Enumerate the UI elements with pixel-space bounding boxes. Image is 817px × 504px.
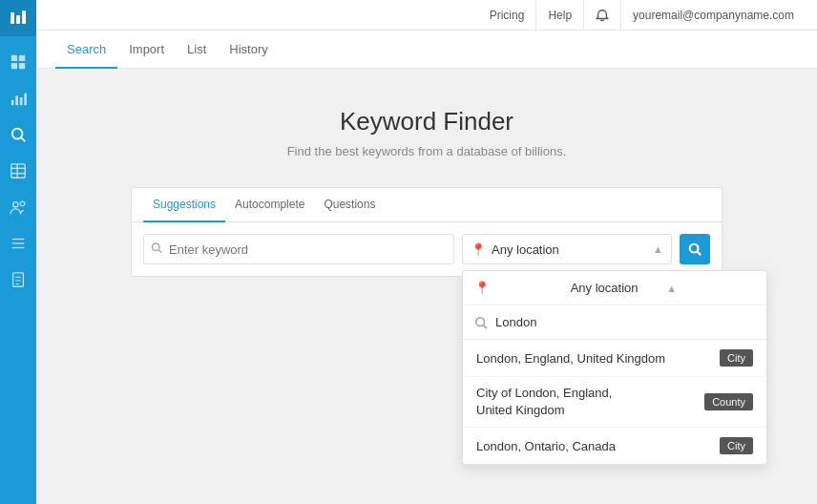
search-row: 📍 Any location ▲ 📍 Any location ▲: [132, 222, 722, 276]
pricing-link[interactable]: Pricing: [478, 0, 537, 31]
location-chevron-up-icon: ▲: [653, 243, 663, 255]
item-badge: City: [720, 437, 753, 454]
item-text-multi: City of London, England, United Kingdom: [476, 385, 697, 419]
svg-rect-9: [20, 97, 23, 105]
location-label: Any location: [492, 242, 559, 257]
panel-tab-autocomplete[interactable]: Autocomplete: [225, 188, 314, 222]
search-btn-icon: [688, 242, 702, 256]
svg-point-30: [690, 244, 699, 253]
keyword-input[interactable]: [143, 234, 454, 264]
item-text: London, England, United Kingdom: [476, 351, 712, 366]
item-badge: County: [704, 393, 753, 410]
pin-icon: 📍: [471, 242, 486, 257]
tab-list[interactable]: List: [176, 31, 218, 69]
dropdown-chevron-icon: ▲: [666, 283, 755, 294]
location-search-input[interactable]: [495, 315, 755, 329]
location-dropdown-wrap: 📍 Any location ▲ 📍 Any location ▲: [462, 234, 672, 264]
item-badge: City: [720, 349, 753, 367]
dropdown-header-label: Any location: [571, 281, 660, 295]
dropdown-search: [463, 305, 766, 340]
keyword-search-icon: [151, 242, 162, 257]
notifications-icon[interactable]: [584, 0, 621, 31]
people-icon: [10, 199, 27, 216]
logo[interactable]: [0, 0, 36, 36]
item-text: London, Ontario, Canada: [476, 439, 712, 453]
dropdown-header: 📍 Any location ▲: [463, 271, 766, 305]
search-button[interactable]: [680, 234, 710, 264]
dropdown-list: London, England, United Kingdom City Cit…: [463, 340, 766, 464]
list-item[interactable]: City of London, England, United Kingdom …: [463, 377, 766, 428]
top-bar: Pricing Help youremail@companyname.com: [36, 0, 817, 31]
sidebar-item-dashboard[interactable]: [0, 44, 36, 80]
dropdown-pin-icon: 📍: [474, 281, 563, 295]
tab-import[interactable]: Import: [117, 31, 176, 69]
page-title: Keyword Finder: [340, 107, 513, 136]
svg-rect-0: [10, 12, 14, 24]
list-item[interactable]: London, Ontario, Canada City: [463, 428, 766, 464]
sidebar-item-users[interactable]: [0, 189, 36, 225]
location-trigger[interactable]: 📍 Any location ▲: [462, 234, 672, 264]
svg-line-12: [21, 137, 25, 141]
svg-point-17: [13, 202, 18, 207]
svg-rect-1: [16, 15, 20, 24]
sidebar-item-content[interactable]: [0, 153, 36, 189]
svg-rect-4: [19, 55, 25, 61]
svg-rect-5: [11, 63, 17, 69]
sub-nav: Search Import List History: [36, 31, 817, 69]
svg-rect-6: [19, 63, 25, 69]
svg-rect-22: [13, 273, 24, 286]
svg-point-11: [12, 129, 23, 139]
svg-rect-2: [22, 10, 26, 24]
help-link[interactable]: Help: [536, 0, 584, 31]
search-circle-icon: [10, 126, 27, 143]
location-dropdown-panel: 📍 Any location ▲: [462, 270, 767, 465]
sidebar-item-keyword[interactable]: [0, 116, 36, 153]
panel-tab-suggestions[interactable]: Suggestions: [143, 188, 225, 222]
svg-rect-8: [15, 95, 18, 105]
table-icon: [10, 162, 27, 179]
dropdown-search-icon: [474, 316, 488, 329]
search-panel: Suggestions Autocomplete Questions: [131, 187, 723, 277]
panel-tabs: Suggestions Autocomplete Questions: [132, 188, 722, 222]
svg-rect-13: [11, 164, 25, 178]
sidebar-item-reports[interactable]: [0, 262, 36, 298]
sidebar: [0, 0, 36, 504]
keyword-input-wrap: [143, 234, 454, 264]
svg-rect-7: [11, 100, 14, 105]
svg-point-26: [153, 243, 160, 251]
tab-history[interactable]: History: [218, 31, 279, 69]
page-subtitle: Find the best keywords from a database o…: [287, 144, 567, 158]
svg-line-27: [158, 250, 161, 253]
svg-point-18: [20, 201, 25, 206]
document-icon: [10, 271, 27, 288]
main-area: Search Import List History Keyword Finde…: [36, 31, 817, 504]
svg-point-28: [476, 317, 485, 326]
sidebar-item-list[interactable]: [0, 225, 36, 262]
svg-line-29: [484, 325, 488, 328]
svg-rect-10: [24, 94, 27, 106]
sidebar-item-analytics[interactable]: [0, 80, 36, 116]
content-area: Keyword Finder Find the best keywords fr…: [36, 69, 817, 504]
list-item[interactable]: London, England, United Kingdom City: [463, 340, 766, 377]
list-icon: [10, 235, 27, 252]
svg-line-31: [698, 252, 702, 256]
chart-icon: [10, 90, 27, 107]
user-menu[interactable]: youremail@companyname.com: [621, 0, 806, 31]
panel-tab-questions[interactable]: Questions: [314, 188, 385, 222]
logo-icon: [9, 9, 28, 28]
svg-rect-3: [11, 55, 17, 61]
grid-icon: [10, 53, 27, 71]
tab-search[interactable]: Search: [55, 31, 117, 69]
